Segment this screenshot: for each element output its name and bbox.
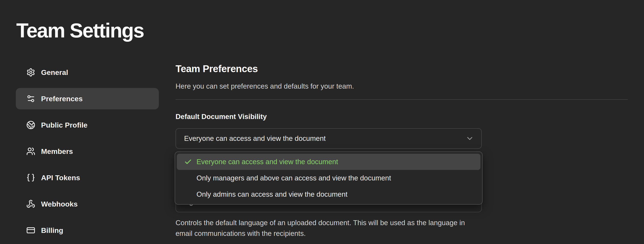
sidebar-item-label: Public Profile	[41, 121, 88, 129]
section-subheading: Here you can set preferences and default…	[176, 82, 354, 90]
credit-card-icon	[26, 225, 36, 235]
dropdown-option-only-admins-can-access-and-view-the-document[interactable]: Only admins can access and view the docu…	[177, 186, 480, 202]
dropdown-option-only-managers-and-above-can-access-and-view-the-document[interactable]: Only managers and above can access and v…	[177, 170, 480, 186]
sidebar-item-billing[interactable]: Billing	[16, 220, 159, 241]
sidebar-item-api-tokens[interactable]: API Tokens	[16, 167, 159, 188]
sidebar-item-webhooks[interactable]: Webhooks	[16, 193, 159, 215]
sidebar-item-label: Preferences	[41, 95, 83, 103]
team-settings-page: Team Settings General Preferences Public…	[0, 0, 644, 244]
globe-icon	[26, 120, 36, 130]
webhook-icon	[26, 199, 36, 209]
sidebar: General Preferences Public Profile Membe…	[16, 62, 159, 244]
gear-icon	[26, 68, 36, 77]
sidebar-item-label: General	[41, 68, 68, 77]
visibility-field-label: Default Document Visibility	[176, 113, 267, 121]
braces-icon	[26, 173, 36, 182]
sidebar-item-public-profile[interactable]: Public Profile	[16, 114, 159, 136]
page-title: Team Settings	[16, 18, 144, 43]
sidebar-item-general[interactable]: General	[16, 62, 159, 83]
users-icon	[26, 147, 36, 156]
dropdown-option-label: Only managers and above can access and v…	[196, 174, 391, 182]
sidebar-item-preferences[interactable]: Preferences	[16, 88, 159, 109]
sidebar-item-members[interactable]: Members	[16, 141, 159, 162]
visibility-select-value: Everyone can access and view the documen…	[184, 134, 326, 143]
section-heading: Team Preferences	[176, 63, 258, 75]
sidebar-item-label: API Tokens	[41, 174, 80, 182]
main-content: Team Preferences Here you can set prefer…	[176, 0, 628, 244]
visibility-select[interactable]: Everyone can access and view the documen…	[176, 128, 482, 149]
sliders-icon	[26, 94, 36, 103]
dropdown-option-label: Everyone can access and view the documen…	[196, 158, 338, 166]
dropdown-option-label: Only admins can access and view the docu…	[196, 190, 348, 198]
section-divider	[176, 99, 628, 100]
sidebar-item-label: Billing	[41, 226, 63, 234]
chevron-down-icon	[466, 134, 474, 143]
sidebar-item-label: Webhooks	[41, 200, 78, 208]
check-icon	[184, 158, 196, 166]
language-help-text: Controls the default language of an uplo…	[176, 217, 477, 239]
visibility-dropdown-menu: Everyone can access and view the documen…	[175, 152, 482, 205]
dropdown-option-everyone-can-access-and-view-the-document[interactable]: Everyone can access and view the documen…	[177, 154, 480, 170]
sidebar-item-label: Members	[41, 147, 73, 156]
